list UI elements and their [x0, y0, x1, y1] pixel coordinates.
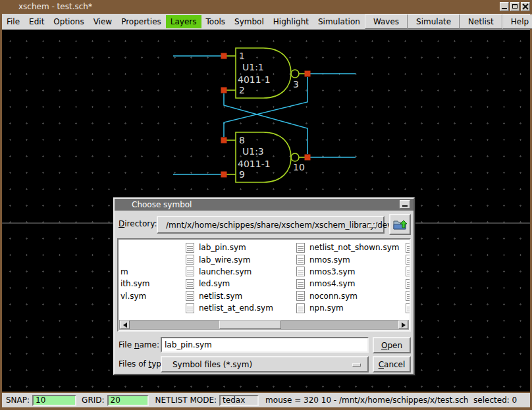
pin-number: 8	[239, 135, 245, 145]
statusbar: SNAP: 10 GRID: 20 NETLIST MODE: tedax mo…	[2, 393, 530, 407]
file-icon	[296, 279, 305, 289]
minimize-icon	[402, 205, 408, 207]
file-name-label: File name:	[119, 340, 159, 349]
dropdown-dash-icon	[352, 363, 361, 367]
cancel-button[interactable]: Cancel	[373, 356, 411, 372]
snap-label: SNAP:	[6, 396, 30, 405]
file-name-input[interactable]: lab_pin.sym	[161, 337, 369, 353]
open-button[interactable]: Open	[373, 337, 411, 353]
file-item[interactable]: lab_wire.sym	[186, 253, 273, 265]
gate-ref: U1:1	[242, 62, 264, 72]
pin-number: 2	[239, 85, 245, 95]
dialog-titlebar[interactable]: Choose symbol	[115, 199, 413, 211]
window-close-button[interactable]	[521, 2, 530, 11]
scrollbar-thumb[interactable]	[219, 320, 281, 329]
gate-ref: U1:3	[242, 146, 264, 157]
menu-layers[interactable]: Layers	[166, 15, 201, 28]
dropdown-dash-icon	[368, 224, 377, 228]
dialog-minimize-button[interactable]	[400, 200, 410, 209]
menu-properties[interactable]: Properties	[117, 15, 166, 28]
file-column-1: lab_pin.sym lab_wire.sym launcher.sym le…	[186, 242, 273, 314]
pin-marker	[305, 71, 311, 77]
menu-symbol[interactable]: Symbol	[230, 15, 269, 28]
scroll-left-button[interactable]	[120, 320, 130, 329]
folder-up-icon	[393, 218, 408, 231]
file-icon	[406, 255, 411, 265]
wires[interactable]	[173, 56, 356, 174]
netlist-button[interactable]: Netlist	[460, 14, 502, 29]
folder-up-button[interactable]	[389, 214, 411, 235]
file-icon	[186, 291, 194, 301]
pin-marker	[221, 138, 227, 143]
file-item[interactable]: nmos.sym	[296, 253, 399, 265]
maximize-icon	[512, 4, 518, 9]
pin-number: 9	[239, 169, 245, 180]
pin-number: 3	[293, 79, 299, 90]
file-item[interactable]: ith.sym	[120, 278, 150, 290]
netlist-mode-input[interactable]: tedax	[219, 395, 259, 406]
file-icon	[186, 303, 194, 313]
file-item[interactable]: noconn.sym	[296, 290, 399, 302]
scroll-left-icon	[123, 322, 127, 328]
file-item[interactable]	[406, 242, 411, 253]
file-item[interactable]: nmos4.sym	[296, 278, 399, 290]
file-item[interactable]	[406, 290, 411, 302]
file-icon	[406, 267, 411, 276]
snap-input[interactable]: 10	[32, 395, 76, 406]
menu-view[interactable]: View	[89, 15, 117, 28]
directory-dropdown[interactable]: /mnt/x/home/schippes/share/xschem/xschem…	[157, 216, 385, 234]
nand-gate-u1-1[interactable]: 1 U1:1 4011-1 2 3	[221, 48, 311, 98]
file-item[interactable]	[406, 278, 411, 290]
file-item[interactable]	[406, 302, 411, 314]
file-item[interactable]: nmos3.sym	[296, 266, 399, 278]
directory-label: Directory:	[119, 219, 157, 228]
file-column-clipped	[406, 242, 411, 314]
file-item[interactable]	[120, 253, 150, 265]
file-icon	[406, 279, 411, 289]
file-type-dropdown[interactable]: Symbol files (*.sym)	[161, 356, 369, 372]
status-message: mouse = 320 10 - /mnt/x/home/schippes/x/…	[265, 396, 517, 405]
horizontal-scrollbar[interactable]	[119, 320, 409, 330]
file-icon	[296, 255, 305, 265]
grid-label: GRID:	[82, 396, 104, 405]
gate-part: 4011-1	[238, 159, 271, 169]
file-list[interactable]: m ith.sym vl.sym lab_pin.sym lab_wire.sy…	[117, 238, 411, 332]
menu-options[interactable]: Options	[49, 15, 88, 28]
menu-highlight[interactable]: Highlight	[269, 15, 313, 28]
file-icon	[186, 243, 194, 253]
file-item[interactable]	[120, 302, 150, 314]
menu-edit[interactable]: Edit	[24, 15, 49, 28]
window-minimize-button[interactable]	[500, 2, 509, 11]
waves-button[interactable]: Waves	[365, 14, 408, 29]
file-icon	[406, 291, 411, 301]
pin-number: 1	[239, 51, 245, 61]
file-item[interactable]: lab_pin.sym	[186, 242, 273, 253]
window-maximize-button[interactable]	[510, 2, 519, 11]
file-item[interactable]: m	[120, 266, 150, 278]
file-item[interactable]: led.sym	[186, 278, 273, 290]
file-item[interactable]: launcher.sym	[186, 266, 273, 278]
pin-marker	[221, 172, 227, 178]
menu-tools[interactable]: Tools	[201, 15, 230, 28]
file-type-value: Symbol files (*.sym)	[173, 360, 252, 369]
file-item[interactable]: netlist.sym	[186, 290, 273, 302]
file-item[interactable]: vl.sym	[120, 290, 150, 302]
scroll-right-button[interactable]	[398, 320, 408, 329]
menu-simulation[interactable]: Simulation	[313, 15, 365, 28]
file-item[interactable]	[406, 266, 411, 278]
file-item[interactable]: netlist_not_shown.sym	[296, 242, 399, 253]
choose-symbol-dialog: Choose symbol Directory: /mnt/x/home/sch…	[113, 197, 415, 375]
nand-gate-u1-3[interactable]: 8 U1:3 4011-1 9 10	[221, 132, 311, 182]
file-column-truncated: m ith.sym vl.sym	[120, 242, 150, 314]
help-button[interactable]: Help	[502, 14, 532, 29]
file-item[interactable]	[120, 242, 150, 253]
file-item[interactable]: npn.sym	[296, 302, 399, 314]
file-item[interactable]: netlist_at_end.sym	[186, 302, 273, 314]
file-item[interactable]	[406, 253, 411, 265]
minimize-icon	[502, 8, 507, 9]
file-icon	[296, 291, 305, 301]
menu-file[interactable]: File	[2, 15, 24, 28]
grid-input[interactable]: 20	[107, 395, 149, 406]
window-titlebar[interactable]: xschem - test.sch*	[0, 0, 532, 14]
simulate-button[interactable]: Simulate	[408, 14, 460, 29]
